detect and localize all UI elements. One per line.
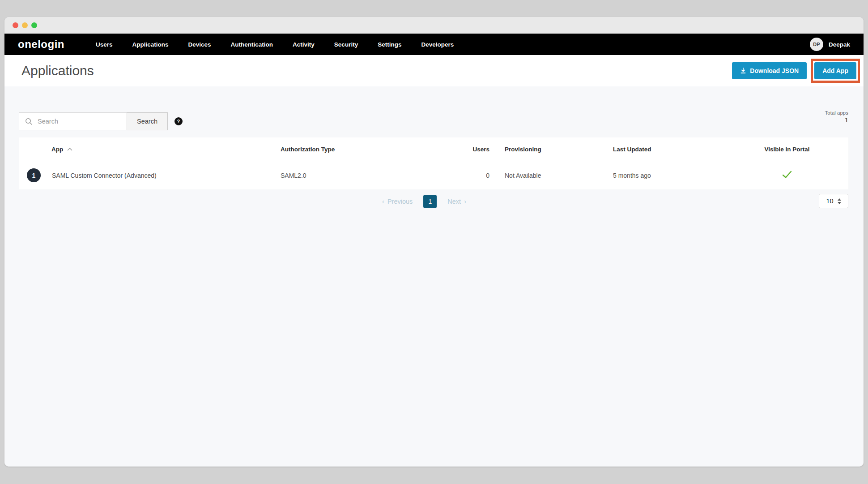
column-header-provisioning[interactable]: Provisioning <box>492 146 595 153</box>
column-header-users[interactable]: Users <box>461 146 492 153</box>
nav-user-area[interactable]: DP Deepak <box>810 38 850 51</box>
provisioning-cell: Not Available <box>492 172 595 179</box>
maximize-window-button[interactable] <box>31 22 37 28</box>
nav-item-applications[interactable]: Applications <box>132 41 169 48</box>
visible-in-portal-cell <box>747 171 848 180</box>
column-header-last-updated[interactable]: Last Updated <box>595 146 747 153</box>
nav-items: Users Applications Devices Authenticatio… <box>96 41 473 48</box>
add-app-button[interactable]: Add App <box>814 62 856 79</box>
top-navbar: onelogin Users Applications Devices Auth… <box>4 34 864 55</box>
chevron-right-icon: › <box>464 198 466 205</box>
chevron-left-icon: ‹ <box>382 198 384 205</box>
table-row[interactable]: 1 SAML Custom Connector (Advanced) SAML2… <box>19 161 848 189</box>
minimize-window-button[interactable] <box>22 22 28 28</box>
download-icon <box>740 68 746 74</box>
download-json-button[interactable]: Download JSON <box>732 62 807 79</box>
row-index-badge: 1 <box>27 168 41 182</box>
page-title: Applications <box>21 63 94 78</box>
pagination: ‹ Previous 1 Next › <box>382 194 466 209</box>
page-size-value: 10 <box>826 197 833 205</box>
add-app-annotation-highlight: Add App <box>811 59 860 83</box>
previous-label: Previous <box>387 198 413 205</box>
user-name[interactable]: Deepak <box>829 41 850 48</box>
column-header-app-label: App <box>51 146 63 153</box>
search-button[interactable]: Search <box>127 112 168 130</box>
main-content: Search ? Total apps 1 App Authorization … <box>4 86 864 467</box>
previous-page-button[interactable]: ‹ Previous <box>382 198 413 205</box>
header-actions: Download JSON Add App <box>732 59 860 83</box>
nav-item-settings[interactable]: Settings <box>378 41 401 48</box>
nav-item-developers[interactable]: Developers <box>421 41 454 48</box>
search-box <box>19 112 127 130</box>
window-titlebar <box>4 17 864 34</box>
column-header-app[interactable]: App <box>19 146 281 153</box>
next-page-button[interactable]: Next › <box>447 198 466 205</box>
check-icon <box>782 171 792 179</box>
current-page-button[interactable]: 1 <box>423 195 437 208</box>
search-icon <box>25 118 33 125</box>
user-avatar[interactable]: DP <box>810 38 823 51</box>
nav-item-activity[interactable]: Activity <box>293 41 315 48</box>
authorization-type-cell: SAML2.0 <box>281 172 461 179</box>
nav-item-security[interactable]: Security <box>334 41 358 48</box>
total-apps-label: Total apps <box>825 110 848 116</box>
users-cell: 0 <box>461 172 492 179</box>
spinner-arrows-icon[interactable] <box>838 198 841 204</box>
applications-table: App Authorization Type Users Provisionin… <box>19 137 848 189</box>
page-header: Applications Download JSON Add App <box>4 55 864 86</box>
app-name[interactable]: SAML Custom Connector (Advanced) <box>52 172 157 179</box>
nav-item-authentication[interactable]: Authentication <box>231 41 273 48</box>
help-icon[interactable]: ? <box>174 117 183 125</box>
pagination-row: ‹ Previous 1 Next › 10 <box>4 194 864 209</box>
browser-window: onelogin Users Applications Devices Auth… <box>4 17 864 467</box>
next-label: Next <box>447 198 461 205</box>
search-input[interactable] <box>38 118 109 125</box>
column-header-authorization-type[interactable]: Authorization Type <box>281 146 461 153</box>
nav-item-devices[interactable]: Devices <box>188 41 211 48</box>
close-window-button[interactable] <box>13 22 18 28</box>
nav-item-users[interactable]: Users <box>96 41 113 48</box>
sort-ascending-icon <box>67 147 72 151</box>
onelogin-logo[interactable]: onelogin <box>18 38 64 51</box>
total-apps: Total apps 1 <box>825 110 848 124</box>
search-row: Search ? <box>19 112 183 130</box>
app-cell[interactable]: 1 SAML Custom Connector (Advanced) <box>19 168 281 182</box>
download-json-label: Download JSON <box>750 67 799 74</box>
last-updated-cell: 5 months ago <box>595 172 747 179</box>
page-size-selector[interactable]: 10 <box>819 194 848 208</box>
column-header-visible-in-portal[interactable]: Visible in Portal <box>747 146 848 153</box>
table-header-row: App Authorization Type Users Provisionin… <box>19 137 848 161</box>
total-apps-value: 1 <box>825 116 848 124</box>
